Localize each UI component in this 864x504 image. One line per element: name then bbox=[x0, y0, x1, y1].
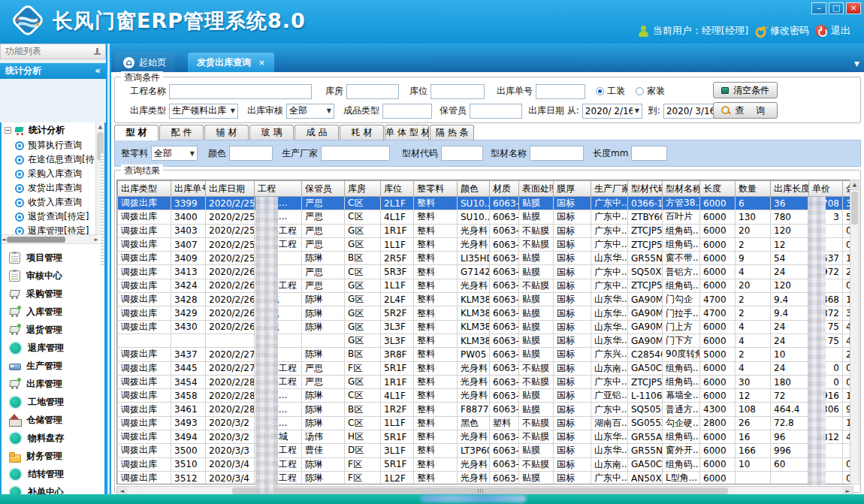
sidebar-item-物料盘存[interactable]: 物料盘存 bbox=[2, 429, 104, 447]
material-tab-配件[interactable]: 配 件 bbox=[159, 125, 204, 140]
table-row[interactable]: 调拨出库34612020/2/28华 原...陈琳B区1R2F整料F8877FT… bbox=[118, 403, 854, 416]
profile-code-input[interactable] bbox=[441, 146, 483, 161]
scroll-up-icon[interactable]: ▲ bbox=[850, 180, 859, 190]
sidebar-item-生产管理[interactable]: 生产管理 bbox=[2, 357, 104, 375]
keeper-input[interactable] bbox=[470, 104, 522, 119]
table-row[interactable]: 调拨出库34002020/2/25华 原...严思C区4L1F整料SU10...… bbox=[118, 210, 854, 224]
sidebar-item-退库管理[interactable]: 退库管理 bbox=[2, 339, 104, 357]
tab-close-icon[interactable]: × bbox=[258, 58, 265, 68]
column-header[interactable]: 工程 bbox=[255, 181, 302, 197]
close-button[interactable]: × bbox=[846, 2, 861, 14]
length-input[interactable] bbox=[631, 146, 667, 161]
search-button[interactable]: 查 询 bbox=[713, 102, 778, 119]
column-header[interactable]: 出库单号 bbox=[171, 181, 206, 197]
column-header[interactable]: 表面处理 bbox=[519, 181, 554, 197]
maximize-button[interactable]: □ bbox=[829, 2, 844, 14]
tree-item[interactable]: 发货出库查询 bbox=[2, 181, 104, 195]
pin-icon[interactable] bbox=[94, 48, 101, 56]
whole-part-select[interactable]: 全部▼ bbox=[151, 146, 198, 161]
material-tab-玻璃[interactable]: 玻 璃 bbox=[249, 125, 294, 140]
material-tab-型材[interactable]: 型 材 bbox=[114, 125, 159, 140]
column-header[interactable]: 出库长度 bbox=[771, 181, 809, 197]
material-tab-成品[interactable]: 成 品 bbox=[295, 125, 339, 140]
sidebar-item-工地管理[interactable]: 工地管理 bbox=[2, 393, 104, 411]
table-row[interactable]: 调拨出库34942020/3/2石 辉城汤伟H区5R1F整料光身料6063-T5… bbox=[118, 430, 854, 444]
table-row[interactable]: G区3L3F整料KLM38176063-T5贴膜国标山东华...GA90M09.… bbox=[118, 333, 854, 347]
column-header[interactable]: 保管员 bbox=[302, 181, 345, 197]
column-header[interactable]: 材质 bbox=[490, 181, 519, 197]
column-header[interactable]: 膜厚 bbox=[554, 181, 591, 197]
order-no-input[interactable] bbox=[536, 84, 585, 99]
color-input[interactable] bbox=[229, 146, 273, 161]
scrollbar-thumb[interactable] bbox=[232, 487, 728, 494]
change-password-button[interactable]: 修改密码 bbox=[754, 24, 809, 38]
tree-item[interactable]: 预算执行查询 bbox=[2, 138, 104, 152]
collapse-icon[interactable]: « bbox=[95, 63, 101, 79]
radio-industrial[interactable]: 工装 bbox=[596, 85, 625, 98]
tree-item[interactable]: 退货查询[待定] bbox=[2, 210, 104, 224]
sidebar-item-入库管理[interactable]: 入库管理 bbox=[2, 303, 104, 321]
table-row[interactable]: 调拨出库34452020/2/27工 共工程严思F区5R1F整料光身料6063-… bbox=[118, 361, 854, 375]
sidebar-splitter[interactable] bbox=[106, 44, 111, 494]
sidebar-item-仓储管理[interactable]: 仓储管理 bbox=[2, 411, 104, 429]
column-header[interactable]: 颜色 bbox=[458, 181, 490, 197]
warehouse-input[interactable] bbox=[346, 84, 399, 99]
table-row[interactable]: 调拨出库34372020/2/27佛 ...陈琳B区3R8F整料PW056063… bbox=[118, 348, 854, 361]
sidebar-item-财务管理[interactable]: 财务管理 bbox=[2, 447, 104, 465]
grid-vertical-scrollbar[interactable]: ▲ bbox=[850, 180, 859, 484]
column-header[interactable]: 数量 bbox=[736, 181, 771, 197]
sidebar-item-项目管理[interactable]: 项目管理 bbox=[2, 249, 104, 267]
scrollbar-thumb[interactable] bbox=[7, 237, 65, 243]
tree-expander-icon[interactable] bbox=[5, 127, 11, 134]
table-row[interactable]: 调拨出库34282020/2/26石 城陈琳G区2L4F整料KLM3817606… bbox=[118, 293, 854, 306]
column-header[interactable]: 出库类型 bbox=[118, 181, 171, 197]
table-row[interactable]: 调拨出库34092020/2/25长 ...陈琳B区2R5F整料LI35HD60… bbox=[118, 252, 854, 265]
table-row[interactable]: 调拨出库34072020/2/25工 共工程严思G区1L1F整料光身料6063-… bbox=[118, 237, 854, 251]
radio-home-decor[interactable]: 家装 bbox=[636, 85, 665, 98]
tree-item[interactable]: 收货入库查询 bbox=[2, 195, 104, 210]
table-row[interactable]: 调拨出库34292020/2/26石 城陈琳G区5R2F整料KLM3817606… bbox=[118, 306, 854, 320]
factory-input[interactable] bbox=[321, 146, 390, 161]
column-header[interactable]: 整零料 bbox=[414, 181, 458, 197]
column-header[interactable]: 出库日期 bbox=[206, 181, 255, 197]
profile-name-input[interactable] bbox=[530, 146, 584, 161]
clear-conditions-button[interactable]: 清空条件 bbox=[713, 82, 778, 98]
outbound-type-select[interactable]: 生产领料出库▼ bbox=[169, 104, 238, 119]
tree-horizontal-scrollbar[interactable]: ◄ ► bbox=[2, 234, 98, 243]
date-from-select[interactable]: 2020/ 2/16▼ bbox=[582, 104, 642, 119]
minimize-button[interactable]: – bbox=[811, 2, 826, 14]
menu-scrollbar[interactable] bbox=[101, 152, 104, 265]
column-header[interactable]: 库房 bbox=[345, 181, 381, 197]
material-tab-耗材[interactable]: 耗 材 bbox=[340, 125, 384, 140]
table-row[interactable]: 调拨出库34302020/2/26石 城陈琳G区3L3F整料KLM3817606… bbox=[118, 320, 854, 333]
table-row[interactable]: 调拨出库34032020/2/25工 共工程严思G区1R1F整料光身料6063-… bbox=[118, 224, 854, 237]
material-tab-单体型材[interactable]: 单 体 型 材 bbox=[385, 125, 429, 140]
tree-root[interactable]: 统计分析 bbox=[2, 122, 104, 138]
material-tab-隔热条[interactable]: 隔 热 条 bbox=[430, 125, 474, 140]
column-header[interactable]: 型材代码 bbox=[628, 181, 663, 197]
table-row[interactable]: 调拨出库35002020/3/3工 共工程曹佳D区3L1F整料LT3P60606… bbox=[118, 444, 854, 457]
sidebar-item-审核中心[interactable]: 审核中心 bbox=[2, 267, 104, 285]
table-row[interactable]: 调拨出库34582020/2/28华 原...陈琳C区4L1F整料光身料6063… bbox=[118, 389, 854, 403]
column-header[interactable]: 单价 bbox=[809, 181, 843, 197]
column-header[interactable]: 长度 bbox=[700, 181, 736, 197]
sidebar-item-退货管理[interactable]: 退货管理 bbox=[2, 321, 104, 339]
scroll-left-icon[interactable]: ◄ bbox=[2, 237, 5, 243]
tree-item[interactable]: 在途信息查询[待 bbox=[2, 152, 104, 167]
material-tab-辅材[interactable]: 辅 材 bbox=[204, 125, 249, 140]
table-row[interactable]: 调拨出库34242020/2/26工 共工程严思G区1L1F整料光身料6063-… bbox=[118, 279, 854, 292]
table-row[interactable]: 调拨出库34132020/2/26南 ...严思C区5R3F整料G7142260… bbox=[118, 265, 854, 279]
tab-shipping-outbound-query[interactable]: 发货出库查询 × bbox=[188, 53, 274, 72]
table-row[interactable]: 调拨出库35102020/3/4工 共工程陈琳F区5R1F整料光身料6063-T… bbox=[118, 457, 854, 471]
sidebar-item-采购管理[interactable]: 采购管理 bbox=[2, 285, 104, 303]
table-row[interactable]: 调拨出库35122020/3/4工 共工程陈琳F区1L2F整料光身料6063-T… bbox=[118, 471, 854, 484]
tab-home[interactable]: ⌂ 起始页 bbox=[114, 53, 175, 72]
table-row[interactable]: 调拨出库34932020/3/2华 原...陈琳C区1L1F整料黑色塑料不贴膜国… bbox=[118, 416, 854, 430]
product-type-input[interactable] bbox=[382, 104, 432, 119]
table-row[interactable]: 调拨出库34542020/2/28工 共工程严思G区1R1F整料光身料6063-… bbox=[118, 375, 854, 388]
scroll-right-icon[interactable]: ► bbox=[95, 237, 98, 243]
location-input[interactable] bbox=[430, 84, 485, 99]
audit-select[interactable]: 全部▼ bbox=[286, 104, 334, 119]
tab-list-caret-icon[interactable]: ▼ bbox=[854, 60, 859, 68]
logout-button[interactable]: 退出 bbox=[815, 24, 850, 38]
